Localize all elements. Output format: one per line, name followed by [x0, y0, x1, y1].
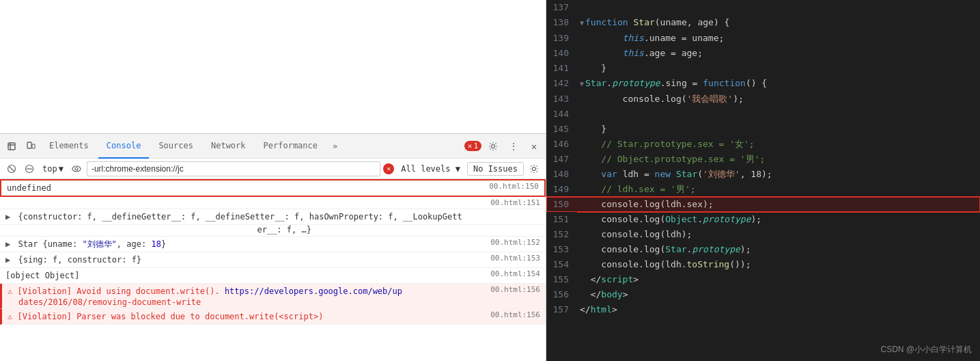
- watermark: CSDN @小小白学计算机: [880, 344, 972, 356]
- line-num-156: 156: [546, 287, 577, 302]
- line-content-146: // Star.prototype.sex = '女';: [577, 137, 980, 152]
- expand-star-icon[interactable]: ▶: [5, 239, 10, 249]
- line-content-140: this.age = age;: [577, 46, 980, 61]
- line-num-147: 147: [546, 152, 577, 167]
- code-line-150: 150 console.log(ldh.sex);: [546, 197, 980, 212]
- line-content-154: console.log(ldh.toString());: [577, 257, 980, 272]
- eye-icon[interactable]: [69, 161, 84, 176]
- entry-location-3[interactable]: 00.html:152: [490, 238, 540, 247]
- filter-input[interactable]: [87, 161, 380, 176]
- entry-location-5[interactable]: 00.html:154: [490, 269, 540, 278]
- code-line-142: 142 ▼Star.prototype.sing = function() {: [546, 76, 980, 92]
- line-content-145: }: [577, 122, 980, 137]
- left-panel: Elements Console Sources Network Perform…: [0, 0, 546, 361]
- code-lines: 137 138 ▼function Star(uname, age) { 139…: [546, 0, 980, 317]
- context-selector[interactable]: top ▼: [40, 163, 66, 175]
- line-content-152: console.log(ldh);: [577, 227, 980, 242]
- line-num-142: 142: [546, 76, 577, 91]
- clear-console-icon[interactable]: [4, 161, 19, 176]
- tab-elements[interactable]: Elements: [41, 134, 97, 159]
- console-entry-undefined: undefined 00.html:150: [0, 179, 546, 197]
- block-icon[interactable]: [22, 161, 37, 176]
- chevron-down-icon: ▼: [59, 164, 64, 174]
- entry-text-obj: [object Object]: [5, 269, 485, 282]
- line-num-155: 155: [546, 272, 577, 287]
- line-num-149: 149: [546, 182, 577, 197]
- line-num-139: 139: [546, 31, 577, 46]
- expand-sing-icon[interactable]: ▶: [5, 255, 10, 265]
- line-content-149: // ldh.sex = '男';: [577, 182, 980, 197]
- svg-line-7: [10, 166, 14, 171]
- device-toolbar-icon[interactable]: [22, 137, 40, 155]
- line-num-152: 152: [546, 227, 577, 242]
- line-num-153: 153: [546, 242, 577, 257]
- tab-performance[interactable]: Performance: [255, 134, 326, 159]
- entry-location-6[interactable]: 00.html:156: [490, 285, 540, 297]
- line-content-142: ▼Star.prototype.sing = function() {: [577, 76, 980, 92]
- violation-link[interactable]: https://developers.google.com/web/up: [225, 286, 402, 296]
- svg-rect-0: [8, 143, 15, 150]
- console-settings-icon[interactable]: [527, 161, 542, 176]
- line-content-150: console.log(ldh.sex);: [577, 197, 980, 212]
- line-content-139: this.uname = uname;: [577, 31, 980, 46]
- expand-proto-icon[interactable]: ▶: [5, 212, 10, 222]
- svg-rect-3: [27, 142, 31, 148]
- tab-network[interactable]: Network: [203, 134, 254, 159]
- filter-clear-icon[interactable]: ✕: [383, 163, 394, 174]
- line-content-143: console.log('我会唱歌');: [577, 92, 980, 107]
- entry-text-violation2: ⚠ [Violation] Parser was blocked due to …: [8, 310, 485, 323]
- svg-rect-4: [32, 144, 35, 148]
- line-num-137: 137: [546, 0, 577, 15]
- line-content-138: ▼function Star(uname, age) {: [577, 15, 980, 31]
- line-content-147: // Object.prototype.sex = '男';: [577, 152, 980, 167]
- line-num-138: 138: [546, 15, 577, 30]
- no-issues-button[interactable]: No Issues: [467, 162, 524, 176]
- entry-location-1[interactable]: 00.html:150: [489, 182, 539, 191]
- error-badge: ✕ 1: [464, 141, 481, 151]
- tab-sources[interactable]: Sources: [150, 134, 201, 159]
- entry-proto-wrap: er__: f, …}: [0, 225, 546, 237]
- line-content-156: </body>: [577, 287, 980, 302]
- line-num-146: 146: [546, 137, 577, 152]
- line-num-157: 157: [546, 302, 577, 317]
- code-line-140: 140 this.age = age;: [546, 46, 980, 61]
- svg-point-12: [533, 167, 536, 170]
- code-line-151: 151 console.log(Object.prototype);: [546, 212, 980, 227]
- entry-text-violation1: ⚠ [Violation] Avoid using document.write…: [8, 285, 485, 297]
- console-entry-star: ▶ Star {uname: "刘德华", age: 18} 00.html:1…: [0, 237, 546, 252]
- line-num-151: 151: [546, 212, 577, 227]
- code-line-157: 157 </html>: [546, 302, 980, 317]
- collapse-138-icon[interactable]: ▼: [580, 19, 584, 27]
- console-entry-blank: 00.html:151: [0, 197, 546, 209]
- tab-console[interactable]: Console: [98, 134, 150, 159]
- code-line-146: 146 // Star.prototype.sex = '女';: [546, 137, 980, 152]
- entry-location-7[interactable]: 00.html:156: [490, 310, 540, 319]
- error-x-icon: ✕: [468, 142, 473, 150]
- line-num-154: 154: [546, 257, 577, 272]
- collapse-142-icon[interactable]: ▼: [580, 80, 584, 88]
- close-devtools-icon[interactable]: ✕: [525, 137, 543, 155]
- line-content-141: }: [577, 61, 980, 76]
- line-num-141: 141: [546, 61, 577, 76]
- code-line-143: 143 console.log('我会唱歌');: [546, 92, 980, 107]
- entry-location-2[interactable]: 00.html:151: [490, 198, 540, 207]
- entry-location-4[interactable]: 00.html:153: [490, 254, 540, 263]
- entry-text-star: ▶ Star {uname: "刘德华", age: 18}: [5, 238, 485, 250]
- code-line-145: 145 }: [546, 122, 980, 137]
- code-line-149: 149 // ldh.sex = '男';: [546, 182, 980, 197]
- console-entry-sing: ▶ {sing: f, constructor: f} 00.html:153: [0, 252, 546, 268]
- inspect-element-icon[interactable]: [3, 137, 20, 155]
- code-line-152: 152 console.log(ldh);: [546, 227, 980, 242]
- entry-text-undefined: undefined: [7, 182, 484, 194]
- line-content-148: var ldh = new Star('刘德华', 18);: [577, 167, 980, 182]
- line-num-143: 143: [546, 92, 577, 107]
- violation1-row: ⚠ [Violation] Avoid using document.write…: [8, 285, 540, 297]
- svg-point-11: [75, 168, 78, 170]
- more-tabs-button[interactable]: »: [327, 139, 343, 154]
- svg-point-10: [72, 166, 81, 172]
- more-options-icon[interactable]: ⋮: [505, 137, 522, 155]
- right-panel: 137 138 ▼function Star(uname, age) { 139…: [546, 0, 980, 361]
- line-content-155: </script>: [577, 272, 980, 287]
- settings-gear-icon[interactable]: [484, 137, 502, 155]
- log-levels-button[interactable]: All levels ▼: [397, 163, 464, 175]
